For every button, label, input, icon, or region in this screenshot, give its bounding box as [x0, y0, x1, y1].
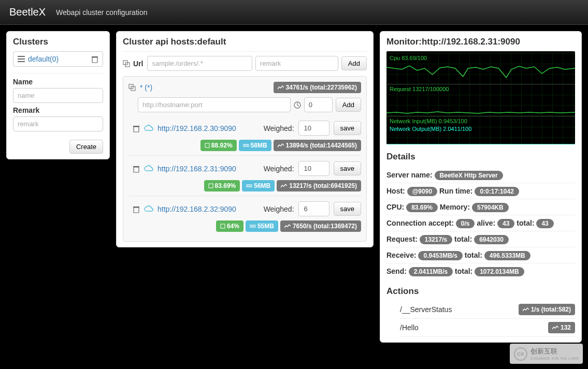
detail-host-runtime: Host: @9090 Run time: 0:0:17:1042: [386, 183, 575, 199]
clusters-panel: Clusters default(0) Name Remark Create: [6, 31, 110, 159]
svg-rect-26: [221, 224, 225, 228]
svg-rect-2: [18, 61, 25, 62]
throughput-badge: 13894/s (total:14424565): [274, 140, 361, 151]
weighed-label: Weighed:: [264, 165, 294, 173]
add-host-button[interactable]: Add: [336, 98, 361, 112]
svg-rect-0: [18, 56, 25, 57]
throughput-badge: 13217/s (total:6941925): [277, 180, 361, 191]
cloud-icon: [144, 205, 153, 213]
svg-rect-4: [92, 56, 98, 57]
host-link[interactable]: http://192.168.2.32:9090: [157, 205, 260, 213]
list-icon: [18, 55, 25, 63]
action-item: /__ServerStatus 1/s (total:582): [400, 301, 575, 319]
host-item: http://192.168.2.32:9090 Weighed: save 6…: [128, 196, 361, 236]
pattern-stat-badge: 34761/s (total:22735962): [274, 82, 361, 93]
save-button[interactable]: save: [334, 202, 361, 216]
cpu-chart-label: Cpu 83.69/100: [386, 53, 575, 63]
cloud-icon: [144, 125, 153, 132]
weight-field[interactable]: [298, 161, 329, 176]
save-button[interactable]: save: [334, 121, 361, 135]
pattern-box: * (*) 34761/s (total:22735962) Add http:…: [123, 76, 367, 242]
name-label: Name: [13, 78, 103, 86]
trash-icon[interactable]: [133, 206, 140, 212]
details-heading: Details: [386, 152, 575, 162]
cpu-badge: 83.69%: [204, 180, 240, 191]
hosts-panel: Cluster api hosts:default Url Add * (*): [116, 31, 374, 247]
memory-badge: 56MB: [242, 180, 275, 191]
chart-icon: [278, 85, 284, 90]
pattern-link[interactable]: * (*): [140, 83, 152, 92]
action-item: /Hello 132: [400, 319, 575, 337]
svg-rect-17: [134, 167, 139, 172]
monitor-panel: Monitor:http://192.168.2.31:9090 Cpu 83.…: [380, 31, 582, 343]
weight-input[interactable]: [304, 97, 333, 112]
trash-icon[interactable]: [133, 166, 140, 172]
action-path: /__ServerStatus: [400, 305, 519, 314]
host-link[interactable]: http://192.168.2.30:9090: [157, 124, 260, 132]
cloud-icon: [144, 165, 153, 172]
host-item: http://192.168.2.31:9090 Weighed: save 8…: [128, 156, 361, 196]
monitor-chart: Cpu 83.69/100 Request 13217/100000 Netwo…: [386, 51, 575, 144]
cpu-badge: 64%: [216, 220, 243, 232]
svg-rect-18: [133, 166, 139, 167]
svg-rect-12: [205, 143, 209, 147]
url-input[interactable]: [147, 56, 252, 71]
host-item: http://192.168.2.30:9090 Weighed: save 8…: [128, 115, 361, 156]
copy-icon[interactable]: [123, 60, 130, 67]
cpu-badge: 88.92%: [200, 140, 237, 151]
remark-input[interactable]: [13, 116, 103, 131]
trash-icon[interactable]: [133, 125, 140, 131]
actions-heading: Actions: [386, 286, 575, 297]
monitor-heading: Monitor:http://192.168.2.31:9090: [386, 37, 575, 47]
host-link[interactable]: http://192.168.2.31:9090: [157, 165, 260, 173]
watermark: CX 创新互联 CHUANG XIN HU LIAN: [510, 344, 583, 349]
weight-field[interactable]: [298, 201, 329, 216]
weight-field[interactable]: [298, 121, 329, 136]
url-remark-input[interactable]: [255, 56, 338, 71]
action-stat-badge: 1/s (total:582): [519, 304, 575, 315]
clock-icon: [294, 101, 301, 109]
svg-rect-25: [133, 206, 139, 208]
weighed-label: Weighed:: [264, 124, 294, 132]
brand[interactable]: BeetleX: [9, 6, 46, 18]
detail-send: Send: 2.0411MB/s total: 1072.0134MB: [386, 263, 575, 279]
svg-rect-11: [133, 126, 139, 127]
svg-rect-24: [134, 208, 139, 213]
save-button[interactable]: save: [334, 161, 361, 175]
nav-cluster-config[interactable]: Webapi cluster configuration: [56, 8, 147, 17]
svg-rect-10: [134, 127, 139, 132]
name-input[interactable]: [13, 88, 103, 103]
action-path: /Hello: [400, 323, 548, 332]
url-label: Url: [133, 60, 143, 68]
detail-request: Request: 13217/s total: 6942030: [386, 231, 575, 247]
memory-badge: 58MB: [239, 140, 271, 151]
cluster-link[interactable]: default(0): [28, 55, 88, 63]
memory-badge: 55MB: [246, 220, 278, 232]
detail-receive: Receive: 0.9453MB/s total: 496.5333MB: [386, 247, 575, 263]
remark-label: Remark: [13, 106, 103, 114]
weighed-label: Weighed:: [264, 205, 294, 213]
netout-chart-label: Network Output(MB) 2.0411/100: [386, 124, 575, 134]
request-chart-label: Request 13217/100000: [386, 84, 575, 94]
svg-rect-1: [18, 58, 25, 60]
detail-connection: Connection accept: 0/s alive: 43 total: …: [386, 215, 575, 231]
add-url-button[interactable]: Add: [341, 56, 367, 70]
copy-icon[interactable]: [128, 84, 136, 91]
cluster-item[interactable]: default(0): [13, 51, 103, 67]
host-input[interactable]: [138, 97, 291, 112]
hosts-heading: Cluster api hosts:default: [123, 37, 367, 47]
svg-rect-19: [209, 184, 213, 188]
clusters-heading: Clusters: [13, 37, 103, 47]
trash-icon[interactable]: [91, 56, 98, 62]
throughput-badge: 7650/s (total:1369472): [280, 220, 361, 232]
create-button[interactable]: Create: [69, 140, 103, 154]
svg-rect-3: [92, 57, 97, 63]
action-stat-badge: 132: [548, 322, 575, 333]
detail-cpu-memory: CPU: 83.69% Memory: 57904KB: [386, 199, 575, 215]
detail-servername: Server name: BeetleX Http Server: [386, 167, 575, 183]
topbar: BeetleX Webapi cluster configuration: [0, 0, 588, 25]
